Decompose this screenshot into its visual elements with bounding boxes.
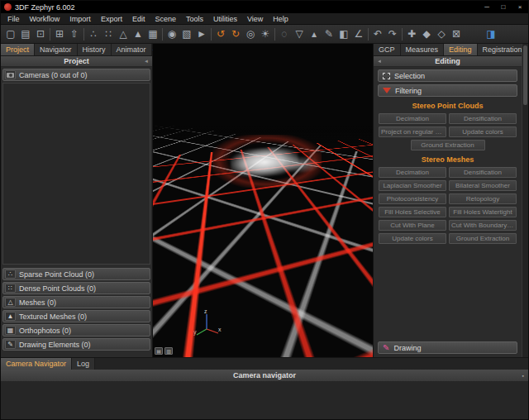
- cut-with-boundary-box-button[interactable]: Cut With Boundary Box: [449, 220, 517, 231]
- export-data-icon[interactable]: ⇧: [67, 26, 82, 42]
- menu-help[interactable]: Help: [268, 13, 293, 24]
- toolbar-separator: [274, 28, 275, 41]
- project-tree[interactable]: [2, 83, 150, 265]
- eraser-icon[interactable]: ◧: [336, 26, 351, 42]
- item-label: Textured Meshes (0): [19, 313, 87, 321]
- pc-update-colors-button[interactable]: Update colors: [449, 126, 517, 137]
- rotate-ccw-icon[interactable]: ↺: [213, 26, 228, 42]
- tab-camera-navigator[interactable]: Camera Navigator: [1, 358, 72, 370]
- panel-collapse-icon[interactable]: ◄: [377, 59, 382, 64]
- drawing-elements-item[interactable]: ✎ Drawing Elements (0): [2, 338, 150, 351]
- orthophotos-item[interactable]: ▦ Orthophotos (0): [2, 324, 150, 336]
- dense-point-cloud-icon[interactable]: ∷: [101, 26, 116, 42]
- ruler-icon[interactable]: ∠: [351, 26, 366, 42]
- pc-ground-extraction-button[interactable]: Ground Extraction: [411, 140, 485, 150]
- undo-icon[interactable]: ↶: [370, 26, 385, 42]
- sparse-point-cloud-item[interactable]: ∴ Sparse Point Cloud (0): [2, 268, 150, 280]
- menu-edit[interactable]: Edit: [127, 13, 150, 24]
- menu-file[interactable]: File: [2, 13, 25, 24]
- minimize-button[interactable]: ─: [479, 1, 495, 13]
- menu-utilities[interactable]: Utilities: [208, 13, 242, 24]
- save-project-icon[interactable]: ⊡: [33, 26, 48, 42]
- triangle-select-icon[interactable]: ▴: [307, 26, 322, 42]
- toolbar-separator: [162, 28, 163, 41]
- drawing-label: Drawing: [393, 344, 421, 352]
- 3d-mouse-icon[interactable]: ◨: [484, 26, 498, 42]
- tab-history[interactable]: History: [78, 44, 112, 55]
- project-panel-header: Project ◄: [1, 56, 152, 67]
- pc-decimation-button[interactable]: Decimation: [379, 113, 446, 124]
- 3d-viewport[interactable]: z y x ▤ ▥: [153, 44, 373, 357]
- menu-export[interactable]: Export: [96, 13, 127, 24]
- mesh-ground-extraction-button[interactable]: Ground Extraction: [449, 233, 517, 244]
- close-button[interactable]: ×: [512, 1, 528, 13]
- toolbar-separator: [83, 28, 84, 41]
- viewport-corner-buttons: ▤ ▥: [155, 347, 173, 355]
- draw-pen-icon[interactable]: ✎: [322, 26, 336, 42]
- cut-with-plane-button[interactable]: Cut With Plane: [379, 220, 446, 231]
- tab-measures[interactable]: Measures: [401, 44, 445, 55]
- screenshot-icon[interactable]: ▧: [179, 26, 194, 42]
- filtering-button[interactable]: Filtering: [378, 84, 517, 97]
- fit-view-button[interactable]: ▤: [155, 347, 163, 355]
- import-pictures-icon[interactable]: ⊞: [52, 26, 67, 42]
- tab-gcp[interactable]: GCP: [374, 44, 401, 55]
- right-panel-scrollbar[interactable]: [522, 44, 528, 357]
- mesh-extraction-icon[interactable]: △: [116, 26, 131, 42]
- photoconsistency-button[interactable]: Photoconsistency: [379, 193, 446, 204]
- fill-holes-selective-button[interactable]: Fill Holes Selective: [379, 207, 446, 217]
- retopology-button[interactable]: Retopology: [449, 193, 517, 204]
- meshes-item[interactable]: △ Meshes (0): [2, 296, 150, 308]
- maximize-button[interactable]: □: [495, 1, 512, 13]
- grid-tool-icon[interactable]: ⊠: [449, 26, 464, 42]
- move-tool-icon[interactable]: ✚: [404, 26, 419, 42]
- menu-scene[interactable]: Scene: [150, 13, 181, 24]
- menu-import[interactable]: Import: [64, 13, 96, 24]
- dock-icon[interactable]: ▪: [522, 373, 524, 379]
- scrollbar-thumb[interactable]: [523, 45, 527, 105]
- mesh-update-colors-button[interactable]: Update colors: [379, 233, 446, 244]
- menu-tools[interactable]: Tools: [181, 13, 208, 24]
- tab-editing[interactable]: Editing: [444, 44, 478, 55]
- open-project-icon[interactable]: ▤: [18, 26, 33, 42]
- panel-collapse-icon[interactable]: ◄: [144, 59, 149, 64]
- orbit-icon[interactable]: ◎: [243, 26, 258, 42]
- mesh-decimation-button[interactable]: Decimation: [379, 167, 446, 178]
- fill-holes-watertight-button[interactable]: Fill Holes Watertight: [449, 207, 517, 217]
- lasso-select-icon[interactable]: ◌: [277, 26, 292, 42]
- grid-toggle-button[interactable]: ▥: [164, 347, 173, 355]
- bilateral-smoother-button[interactable]: Bilateral Smoother: [449, 180, 517, 191]
- drawing-button[interactable]: ✎ Drawing: [378, 341, 517, 354]
- mesh-densification-button[interactable]: Densification: [449, 167, 517, 178]
- axis-gizmo[interactable]: z y x: [193, 308, 222, 340]
- new-project-icon[interactable]: ▢: [3, 26, 18, 42]
- video-icon[interactable]: ►: [194, 26, 209, 42]
- cameras-item[interactable]: Cameras (0 out of 0): [2, 69, 150, 81]
- rotate-cw-icon[interactable]: ↻: [228, 26, 243, 42]
- menu-workflow[interactable]: Workflow: [25, 13, 65, 24]
- tab-animator[interactable]: Animator: [112, 44, 152, 55]
- tab-log[interactable]: Log: [72, 358, 95, 370]
- rotate-tool-icon[interactable]: ◆: [419, 26, 434, 42]
- dense-point-clouds-item[interactable]: ∷ Dense Point Clouds (0): [2, 282, 150, 294]
- tab-registration[interactable]: Registration: [478, 44, 528, 55]
- drawing-elements-icon: ✎: [5, 340, 16, 349]
- pc-densification-button[interactable]: Densification: [449, 113, 517, 124]
- menu-view[interactable]: View: [242, 13, 268, 24]
- redo-icon[interactable]: ↷: [385, 26, 400, 42]
- scale-tool-icon[interactable]: ◇: [434, 26, 449, 42]
- sparse-point-cloud-icon[interactable]: ∴: [86, 26, 101, 42]
- textured-mesh-icon[interactable]: ▲: [131, 26, 145, 42]
- selection-button[interactable]: Selection: [378, 69, 517, 82]
- polygon-select-icon[interactable]: ▽: [292, 26, 307, 42]
- pc-project-on-regular-grid-button[interactable]: Project on regular grid: [379, 126, 446, 137]
- main-area: Project Navigator History Animator ◄ Pro…: [1, 44, 528, 357]
- tab-navigator[interactable]: Navigator: [35, 44, 78, 55]
- camera-icon[interactable]: ◉: [164, 26, 179, 42]
- orthophoto-icon[interactable]: ▦: [145, 26, 160, 42]
- lighting-icon[interactable]: ☀: [258, 26, 273, 42]
- textured-meshes-item[interactable]: ▲ Textured Meshes (0): [2, 310, 150, 322]
- laplacian-smoother-button[interactable]: Laplacian Smoother: [379, 180, 446, 191]
- camera-navigator-body: [1, 381, 528, 419]
- tab-project[interactable]: Project: [1, 44, 35, 55]
